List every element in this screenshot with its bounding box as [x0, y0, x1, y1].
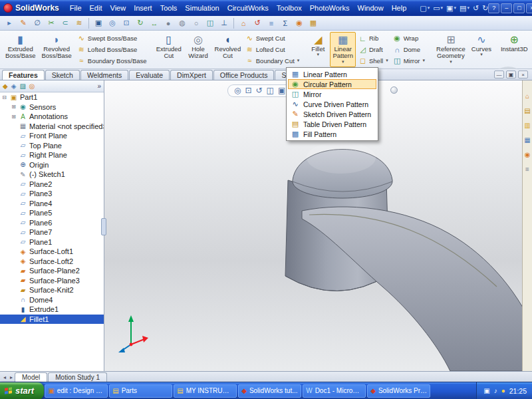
- zoom-area-icon[interactable]: ⊡: [120, 17, 132, 29]
- tree-item-fillet1[interactable]: ◢ Fillet1: [0, 315, 104, 325]
- edit-material-icon[interactable]: ▦: [307, 17, 319, 29]
- view-palette-icon[interactable]: ▦: [524, 136, 530, 144]
- rib-button[interactable]: ∟ Rib: [356, 33, 390, 44]
- flyout-arrow-icon[interactable]: ▾: [480, 53, 483, 57]
- doc-minimize-button[interactable]: —: [494, 70, 504, 78]
- tree-item-dome4[interactable]: ∩ Dome4: [0, 295, 104, 305]
- menu-insert[interactable]: Insert: [130, 0, 156, 16]
- view-orientation-icon[interactable]: ▣: [92, 17, 104, 29]
- print-icon[interactable]: ▤▾: [460, 4, 469, 13]
- extruded-boss-button[interactable]: ▮ Extruded Boss/Base: [3, 32, 38, 67]
- tab-model[interactable]: Model: [15, 372, 47, 382]
- menu-item-mirror[interactable]: ◫ Mirror: [288, 89, 376, 99]
- menu-window[interactable]: Window: [354, 0, 388, 16]
- minimize-button[interactable]: –: [501, 3, 512, 13]
- wireframe-icon[interactable]: ○: [190, 17, 202, 29]
- property-manager-tab-icon[interactable]: ◈: [11, 82, 17, 90]
- offset-entities-icon[interactable]: ≋: [73, 17, 85, 29]
- taskbar-button-parts[interactable]: ▤ Parts: [109, 384, 172, 398]
- menu-item-fill-pattern[interactable]: ▩ Fill Pattern: [288, 129, 376, 139]
- pan-icon[interactable]: ↔: [148, 17, 160, 29]
- tab-office-products[interactable]: Office Products: [213, 70, 275, 80]
- tree-item-plane5[interactable]: ▱ Plane5: [0, 208, 104, 218]
- menu-toolbox[interactable]: Toolbox: [273, 0, 306, 16]
- tree-item-surface-loft1[interactable]: ◈ Surface-Loft1: [0, 247, 104, 257]
- standard-views-icon[interactable]: ⌂: [237, 17, 249, 29]
- hud-more-icon[interactable]: [390, 86, 398, 94]
- tree-item-plane3[interactable]: ▱ Plane3: [0, 189, 104, 199]
- menu-item-table-driven-pattern[interactable]: ▤ Table Driven Pattern: [288, 119, 376, 129]
- feature-manager-tab-icon[interactable]: ◆: [3, 82, 8, 90]
- boundary-boss-button[interactable]: ≈ Boundary Boss/Base: [75, 55, 149, 66]
- menu-item-circular-pattern[interactable]: ◉ Circular Pattern: [288, 79, 376, 89]
- tree-item-surface-plane3[interactable]: ▰ Surface-Plane3: [0, 276, 104, 286]
- flyout-arrow-icon[interactable]: ▾: [450, 60, 452, 65]
- tab-sketch[interactable]: Sketch: [45, 70, 80, 80]
- menu-file[interactable]: File: [66, 0, 86, 16]
- rotate-view-icon[interactable]: ↻: [134, 17, 146, 29]
- hole-wizard-button[interactable]: ◎ Hole Wizard: [184, 32, 212, 67]
- start-button[interactable]: start: [0, 382, 44, 399]
- menu-tools[interactable]: Tools: [156, 0, 182, 16]
- normal-to-icon[interactable]: ⊥: [218, 17, 230, 29]
- tree-item-surface-loft2[interactable]: ◈ Surface-Loft2: [0, 257, 104, 267]
- tree-item-top-plane[interactable]: ▱ Top Plane: [0, 141, 104, 151]
- select-icon[interactable]: ▸: [3, 17, 15, 29]
- view-orientation-icon[interactable]: ▣: [278, 84, 285, 97]
- network-tray-icon[interactable]: ▣: [483, 387, 489, 394]
- panel-splitter-handle[interactable]: [101, 218, 106, 235]
- tree-item-sensors[interactable]: ⊞ ◉ Sensors: [0, 102, 104, 112]
- taskbar-button-edit-design[interactable]: ▣ edit : Design &...: [45, 384, 108, 398]
- shell-button[interactable]: ◻ Shell ▾: [356, 55, 390, 66]
- expander-icon[interactable]: ⊟: [1, 94, 7, 100]
- taskbar-button-solidworks-tut[interactable]: ◆ SolidWorks tut...: [238, 384, 301, 398]
- new-document-icon[interactable]: ▢▾: [420, 4, 430, 13]
- expander-icon[interactable]: ⊞: [11, 114, 17, 120]
- help-button[interactable]: ?: [488, 3, 499, 13]
- tree-item-material[interactable]: ▦ Material <not specified>: [0, 122, 104, 132]
- save-icon[interactable]: ▣▾: [446, 4, 456, 13]
- tab-scroll-left-icon[interactable]: ◂: [1, 374, 8, 382]
- custom-properties-icon[interactable]: ≡: [525, 166, 529, 174]
- lofted-boss-button[interactable]: ≋ Lofted Boss/Base: [75, 45, 149, 55]
- menu-view[interactable]: View: [106, 0, 130, 16]
- convert-entities-icon[interactable]: ⊂: [59, 17, 71, 29]
- revolved-cut-button[interactable]: ◖ Revolved Cut: [213, 32, 243, 67]
- menu-item-linear-pattern[interactable]: ▦ Linear Pattern: [288, 69, 376, 79]
- volume-tray-icon[interactable]: ♪: [494, 387, 497, 394]
- menu-item-sketch-driven-pattern[interactable]: ✎ Sketch Driven Pattern: [288, 109, 376, 119]
- menu-help[interactable]: Help: [388, 0, 411, 16]
- solidworks-resources-icon[interactable]: ⌂: [525, 92, 529, 100]
- tab-features[interactable]: Features: [2, 70, 45, 80]
- file-explorer-icon[interactable]: ▥: [524, 122, 530, 130]
- tree-item-sketch1[interactable]: ✎ (-) Sketch1: [0, 170, 104, 180]
- tab-weldments[interactable]: Weldments: [80, 70, 128, 80]
- tab-dimxpert[interactable]: DimXpert: [170, 70, 213, 80]
- tree-item-origin[interactable]: ⊕ Origin: [0, 160, 104, 170]
- edit-appearance-icon[interactable]: ◉: [293, 17, 305, 29]
- lofted-cut-button[interactable]: ≋ Lofted Cut: [243, 45, 302, 55]
- flyout-arrow-icon[interactable]: ▾: [342, 60, 344, 65]
- swept-boss-button[interactable]: ∿ Swept Boss/Base: [75, 33, 149, 44]
- smart-dimension-icon[interactable]: ∅: [31, 17, 43, 29]
- mass-properties-icon[interactable]: Σ: [279, 17, 291, 29]
- tree-item-part1[interactable]: ⊟ ▣ Part1: [0, 92, 104, 102]
- linear-pattern-button[interactable]: ▦ Linear Pattern ▾: [330, 32, 356, 67]
- panel-chevron-icon[interactable]: »: [97, 82, 101, 90]
- tab-scroll-right-icon[interactable]: ▸: [8, 374, 15, 382]
- menu-circuitworks[interactable]: CircuitWorks: [223, 0, 273, 16]
- tree-item-surface-plane2[interactable]: ▰ Surface-Plane2: [0, 266, 104, 276]
- draft-button[interactable]: ◿ Draft: [356, 45, 390, 55]
- measure-icon[interactable]: ≡: [265, 17, 277, 29]
- menu-edit[interactable]: Edit: [86, 0, 106, 16]
- reference-geometry-button[interactable]: ⊞ Reference Geometry ▾: [432, 32, 469, 67]
- maximize-button[interactable]: □: [513, 3, 525, 13]
- rebuild-icon[interactable]: ↻: [482, 4, 488, 13]
- tree-item-plane1[interactable]: ▱ Plane1: [0, 237, 104, 247]
- tree-item-surface-knit2[interactable]: ▰ Surface-Knit2: [0, 285, 104, 295]
- tree-item-front-plane[interactable]: ▱ Front Plane: [0, 131, 104, 141]
- close-button[interactable]: ×: [526, 3, 532, 13]
- extruded-cut-button[interactable]: ▯ Extruded Cut: [154, 32, 184, 67]
- tree-item-plane7[interactable]: ▱ Plane7: [0, 227, 104, 237]
- shaded-icon[interactable]: ●: [162, 17, 174, 29]
